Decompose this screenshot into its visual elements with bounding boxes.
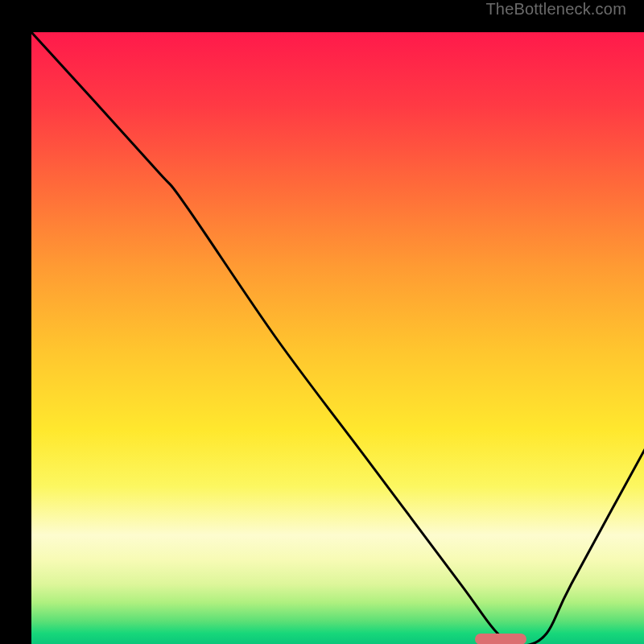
bottleneck-curve [31,32,644,644]
plot-area [31,32,644,644]
optimal-range-marker [475,634,526,644]
chart-frame [0,0,644,644]
watermark: TheBottleneck.com [485,0,626,19]
